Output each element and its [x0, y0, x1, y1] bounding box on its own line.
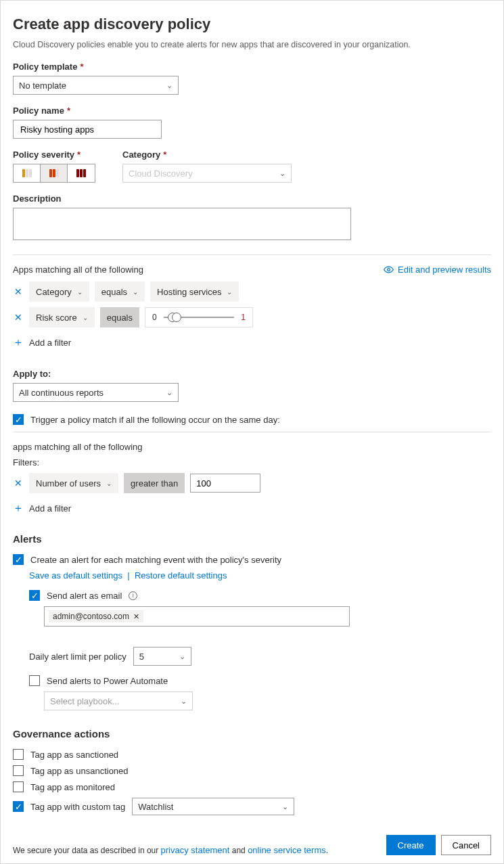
- restore-defaults-link[interactable]: Restore default settings: [135, 570, 227, 581]
- tag-monitored-checkbox[interactable]: [13, 781, 24, 792]
- chevron-down-icon: ⌄: [166, 388, 173, 397]
- chevron-down-icon: ⌄: [181, 697, 187, 706]
- plus-icon: ＋: [13, 336, 24, 350]
- svg-point-0: [388, 269, 390, 271]
- filter-value-input[interactable]: [190, 474, 260, 493]
- tag-sanctioned-label: Tag app as sanctioned: [30, 750, 118, 760]
- eye-icon: [384, 265, 394, 275]
- slider-min: 0: [152, 313, 157, 322]
- remove-tag-icon[interactable]: ✕: [133, 612, 139, 621]
- chevron-down-icon: ⌄: [279, 169, 285, 178]
- daily-limit-select[interactable]: 5 ⌄: [133, 647, 191, 666]
- save-defaults-link[interactable]: Save as default settings: [29, 570, 122, 581]
- power-automate-checkbox[interactable]: [29, 675, 40, 686]
- governance-heading: Governance actions: [13, 728, 491, 740]
- same-day-label: Trigger a policy match if all the follow…: [30, 415, 280, 425]
- email-input[interactable]: admin@contoso.com ✕: [44, 606, 350, 627]
- filter-op-select[interactable]: greater than: [124, 473, 185, 493]
- info-icon[interactable]: i: [129, 591, 137, 600]
- cancel-button[interactable]: Cancel: [441, 835, 491, 855]
- privacy-link[interactable]: privacy statement: [161, 845, 230, 855]
- severity-low-button[interactable]: [14, 164, 41, 182]
- slider-max: 1: [241, 313, 246, 322]
- filter-field-select[interactable]: Number of users⌄: [29, 473, 118, 493]
- severity-label: Policy severity*: [13, 150, 95, 160]
- email-alert-checkbox[interactable]: ✓: [29, 590, 40, 601]
- category-select: Cloud Discovery ⌄: [122, 164, 292, 183]
- create-alert-checkbox[interactable]: ✓: [13, 554, 24, 565]
- category-label: Category*: [122, 150, 292, 160]
- tag-sanctioned-checkbox[interactable]: [13, 749, 24, 760]
- custom-tag-select[interactable]: Watchlist ⌄: [132, 798, 294, 815]
- tag-custom-checkbox[interactable]: ✓: [13, 801, 24, 812]
- category-value: Cloud Discovery: [129, 168, 193, 179]
- page-description: Cloud Discovery policies enable you to c…: [13, 40, 491, 49]
- template-value: No template: [19, 81, 66, 91]
- name-label: Policy name*: [13, 106, 491, 116]
- severity-group: [13, 164, 95, 183]
- template-select[interactable]: No template ⌄: [13, 76, 179, 95]
- create-button[interactable]: Create: [386, 835, 436, 855]
- tag-unsanctioned-checkbox[interactable]: [13, 765, 24, 776]
- create-alert-label: Create an alert for each matching event …: [30, 555, 281, 565]
- filter-op-select[interactable]: equals⌄: [95, 281, 145, 302]
- remove-filter-icon[interactable]: ✕: [13, 286, 24, 297]
- remove-filter-icon[interactable]: ✕: [13, 478, 24, 488]
- matching-heading: Apps matching all of the following: [13, 265, 143, 275]
- filter-value-select[interactable]: Hosting services⌄: [150, 281, 239, 302]
- chevron-down-icon: ⌄: [282, 802, 288, 811]
- template-label: Policy template*: [13, 62, 491, 72]
- chevron-down-icon: ⌄: [179, 652, 185, 661]
- apply-to-select[interactable]: All continuous reports ⌄: [13, 383, 179, 402]
- terms-link[interactable]: online service terms: [248, 845, 326, 855]
- add-filter-button[interactable]: ＋ Add a filter: [13, 336, 491, 350]
- name-input[interactable]: [13, 120, 162, 139]
- page-title: Create app discovery policy: [13, 16, 491, 33]
- alerts-heading: Alerts: [13, 533, 491, 545]
- footer-text: We secure your data as described in our …: [13, 845, 328, 855]
- playbook-select: Select playbook... ⌄: [44, 691, 193, 710]
- tag-monitored-label: Tag app as monitored: [30, 782, 115, 792]
- tag-unsanctioned-label: Tag app as unsanctioned: [30, 766, 129, 776]
- remove-filter-icon[interactable]: ✕: [13, 312, 24, 323]
- plus-icon: ＋: [13, 501, 24, 516]
- apply-to-label: Apply to:: [13, 369, 491, 379]
- email-tag: admin@contoso.com ✕: [49, 610, 143, 622]
- filter-field-select[interactable]: Risk score⌄: [29, 307, 95, 327]
- severity-high-button[interactable]: [68, 164, 95, 182]
- risk-score-slider[interactable]: 0 1: [145, 307, 253, 327]
- chevron-down-icon: ⌄: [166, 81, 173, 90]
- description-label: Description: [13, 194, 491, 204]
- name-input-field[interactable]: [19, 124, 156, 135]
- daily-limit-label: Daily alert limit per policy: [29, 652, 127, 662]
- filter-field-select[interactable]: Category⌄: [29, 281, 89, 302]
- filter-op-select[interactable]: equals: [100, 307, 139, 327]
- email-alert-label: Send alert as email: [47, 591, 122, 601]
- matching2-heading: apps matching all of the following: [13, 442, 491, 452]
- preview-results-link[interactable]: Edit and preview results: [384, 265, 491, 275]
- add-filter-button[interactable]: ＋ Add a filter: [13, 501, 491, 516]
- same-day-checkbox[interactable]: ✓: [13, 414, 24, 425]
- severity-medium-button[interactable]: [41, 164, 68, 182]
- power-automate-label: Send alerts to Power Automate: [47, 676, 168, 686]
- tag-custom-label: Tag app with custom tag: [30, 802, 125, 812]
- description-textarea[interactable]: [13, 208, 351, 240]
- filters-label: Filters:: [13, 457, 491, 468]
